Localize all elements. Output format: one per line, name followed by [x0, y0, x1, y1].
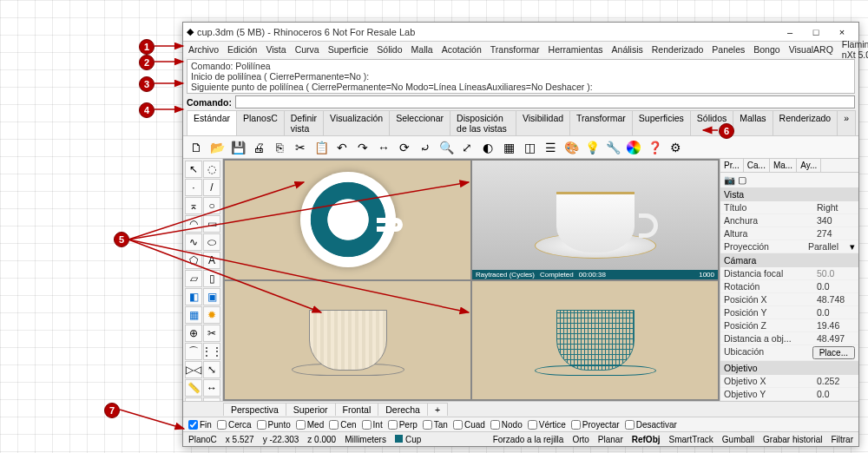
- new-icon[interactable]: 🗋: [187, 138, 206, 157]
- viewport-perspective[interactable]: Raytraced (Cycles) Completed 00:00:38 10…: [472, 161, 718, 279]
- tab-visualizacion[interactable]: Visualización: [323, 110, 390, 135]
- viewtab-derecha[interactable]: Derecha: [378, 403, 428, 416]
- menu-visualarq[interactable]: VisualARQ: [789, 44, 833, 55]
- pane-grabar[interactable]: Grabar historial: [763, 435, 822, 444]
- osnap-fin[interactable]: Fin: [188, 420, 212, 430]
- viewport-top[interactable]: [225, 161, 470, 279]
- tab-definir-vista[interactable]: Definir vista: [284, 110, 324, 135]
- osnap-vertice[interactable]: Vértice: [528, 420, 566, 430]
- minimize-button[interactable]: –: [777, 23, 803, 41]
- cut-icon[interactable]: ✂: [291, 138, 310, 157]
- tab-mallas[interactable]: Mallas: [733, 110, 773, 135]
- save-icon[interactable]: 💾: [228, 138, 247, 157]
- arc-icon[interactable]: ◠: [185, 215, 202, 233]
- dim-icon[interactable]: ↔: [203, 379, 220, 397]
- tab-renderizado[interactable]: Renderizado: [773, 110, 838, 135]
- osnap-med[interactable]: Med: [296, 420, 324, 430]
- options-icon[interactable]: ⚙: [666, 138, 685, 157]
- maximize-button[interactable]: □: [803, 23, 829, 41]
- status-cplane[interactable]: PlanoC: [188, 435, 217, 444]
- osnap-tan[interactable]: Tan: [423, 420, 448, 430]
- line-icon[interactable]: /: [203, 179, 220, 196]
- redo-icon[interactable]: ↷: [353, 138, 372, 157]
- panel-tab-layers[interactable]: Ca...: [744, 159, 770, 172]
- tab-disposicion-vistas[interactable]: Disposición de las vistas: [450, 110, 516, 135]
- menu-vista[interactable]: Vista: [266, 44, 286, 55]
- explode-icon[interactable]: ✹: [203, 306, 220, 324]
- menu-archivo[interactable]: Archivo: [188, 44, 219, 55]
- panel-tab-materials[interactable]: Ma...: [770, 159, 797, 172]
- box-icon[interactable]: ▣: [203, 288, 220, 305]
- pane-gumball[interactable]: Gumball: [722, 435, 754, 444]
- tab-estandar[interactable]: Estándar: [187, 110, 237, 135]
- menu-edicion[interactable]: Edición: [227, 44, 257, 55]
- osnap-cerca[interactable]: Cerca: [217, 420, 252, 430]
- copy-icon[interactable]: ⎘: [270, 138, 289, 157]
- menu-bongo[interactable]: Bongo: [753, 44, 779, 55]
- menu-transformar[interactable]: Transformar: [490, 44, 540, 55]
- viewtab-superior[interactable]: Superior: [286, 403, 336, 416]
- point-icon[interactable]: ·: [185, 179, 202, 196]
- pane-filtrar[interactable]: Filtrar: [831, 435, 853, 444]
- shade-icon[interactable]: ◐: [478, 138, 497, 157]
- panel-tab-properties[interactable]: Pr...: [720, 159, 744, 172]
- osnap-punto[interactable]: Punto: [257, 420, 291, 430]
- render-icon[interactable]: 🎨: [562, 138, 581, 157]
- layers-icon[interactable]: ☰: [541, 138, 560, 157]
- pane-forzado[interactable]: Forzado a la rejilla: [493, 435, 564, 444]
- rotate-icon[interactable]: ⟳: [395, 138, 414, 157]
- undo-icon[interactable]: ↶: [332, 138, 352, 157]
- viewport-front[interactable]: [225, 281, 470, 400]
- tab-superficies[interactable]: Superficies: [632, 110, 691, 135]
- circle-icon[interactable]: ○: [203, 197, 220, 214]
- prop-value[interactable]: 48.497: [817, 333, 855, 344]
- osnap-cuad[interactable]: Cuad: [453, 420, 485, 430]
- zoom-extents-icon[interactable]: ⤢: [457, 138, 477, 157]
- cplane-icon[interactable]: ◫: [520, 138, 539, 157]
- trim-icon[interactable]: ✂: [203, 325, 220, 342]
- extrude-icon[interactable]: ▯: [203, 270, 220, 287]
- materials-icon[interactable]: [624, 138, 643, 157]
- prop-value[interactable]: 0.252: [817, 376, 855, 386]
- osnap-desactivar[interactable]: Desactivar: [625, 420, 677, 430]
- curve-icon[interactable]: ∿: [185, 233, 202, 251]
- fillet-icon[interactable]: ⌒: [185, 343, 202, 360]
- prop-value[interactable]: 19.46: [817, 320, 855, 331]
- tabs-overflow[interactable]: »: [837, 110, 856, 135]
- scale-icon[interactable]: ⤡: [203, 361, 220, 378]
- grid-icon[interactable]: ▦: [499, 138, 518, 157]
- prop-value[interactable]: 340: [817, 215, 855, 226]
- tab-transformar[interactable]: Transformar: [569, 110, 633, 135]
- open-icon[interactable]: 📂: [207, 138, 227, 157]
- prop-value[interactable]: 274: [817, 228, 855, 239]
- place-button[interactable]: Place...: [812, 346, 855, 359]
- tab-planosc[interactable]: PlanosC: [236, 110, 285, 135]
- menu-flamingo[interactable]: Flamingo nXt 5.0: [842, 39, 868, 60]
- viewtab-frontal[interactable]: Frontal: [335, 403, 379, 416]
- polygon-icon[interactable]: ⬠: [185, 252, 202, 269]
- array-icon[interactable]: ⋮⋮: [203, 343, 220, 360]
- status-units[interactable]: Millimeters: [345, 435, 386, 444]
- status-layer[interactable]: Cup: [395, 435, 421, 444]
- arrow-icon[interactable]: ↖: [185, 161, 202, 178]
- menu-curva[interactable]: Curva: [295, 44, 319, 55]
- osnap-perp[interactable]: Perp: [388, 420, 418, 430]
- move-icon[interactable]: ↔: [374, 138, 393, 157]
- osnap-cen[interactable]: Cen: [329, 420, 356, 430]
- mesh-icon[interactable]: ▦: [185, 306, 202, 324]
- menu-solido[interactable]: Sólido: [377, 44, 402, 55]
- panel-tab-help[interactable]: Ay...: [797, 159, 821, 172]
- pane-refobj[interactable]: RefObj: [632, 435, 661, 444]
- paste-icon[interactable]: 📋: [312, 138, 331, 157]
- polyline-icon[interactable]: ⌅: [185, 197, 202, 214]
- osnap-nodo[interactable]: Nodo: [490, 420, 523, 430]
- osnap-proyectar[interactable]: Proyectar: [571, 420, 620, 430]
- close-button[interactable]: ×: [829, 23, 855, 41]
- join-icon[interactable]: ⊕: [185, 325, 202, 342]
- menu-herramientas[interactable]: Herramientas: [549, 44, 603, 55]
- viewtab-add[interactable]: +: [427, 403, 448, 416]
- osnap-int[interactable]: Int: [362, 420, 383, 430]
- tab-seleccionar[interactable]: Seleccionar: [389, 110, 450, 135]
- menu-paneles[interactable]: Paneles: [712, 44, 745, 55]
- prop-value[interactable]: 0.0: [817, 281, 855, 292]
